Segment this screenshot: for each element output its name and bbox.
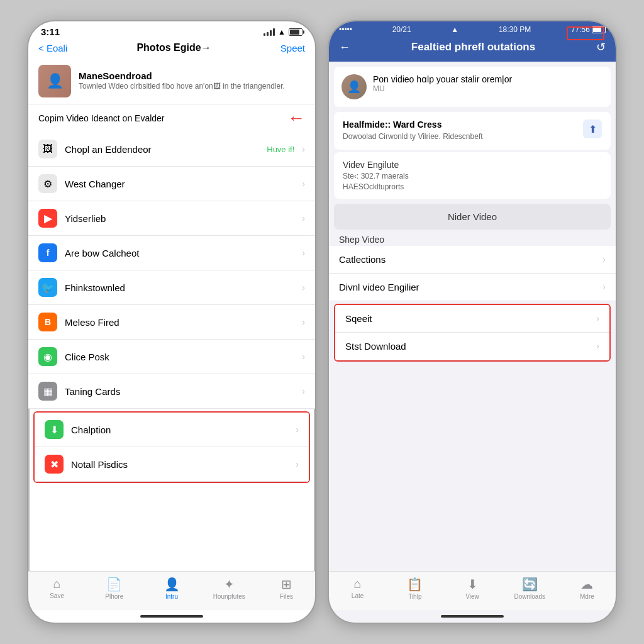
item-icon-3: f xyxy=(38,243,57,262)
tab2-view[interactable]: ⬇ View xyxy=(443,577,501,600)
tab-hounp-icon: ✦ xyxy=(224,577,235,592)
phone2-highlighted-1[interactable]: Stst Download › xyxy=(335,333,609,360)
section-annotation: Copim Video Ideanct on Evalder ← xyxy=(28,104,315,132)
status-dots: ••••• xyxy=(339,25,352,34)
phone2-highlighted-0[interactable]: Sqeeit › xyxy=(335,305,609,333)
phone2-list-item-0[interactable]: Catlections › xyxy=(329,246,616,274)
tab2-downloads[interactable]: 🔄 Downloads xyxy=(501,577,558,600)
list-item-2[interactable]: ▶ Yidserlieb › xyxy=(28,201,315,236)
action-btn-label: Nider Video xyxy=(448,211,497,222)
item-label-4: Fhinkstownled xyxy=(65,282,294,293)
phone2-highlighted-chevron-0: › xyxy=(596,313,599,323)
header-action-2[interactable]: ↺ xyxy=(596,40,606,54)
tab-hounp-label: Hounpfutes xyxy=(213,593,245,600)
red-arrow-icon: ← xyxy=(287,108,305,128)
tab-bar-2: ⌂ Late 📋 Tihlp ⬇ View 🔄 Downloads ☁ Mdre xyxy=(329,571,616,610)
tab-plhore[interactable]: 📄 Plhore xyxy=(86,577,143,600)
phone2-highlighted-label-0: Sqeeit xyxy=(345,313,596,324)
nav-title-1: Photos Egide→ xyxy=(136,42,211,53)
item-label-5: Meleso Fired xyxy=(65,317,294,328)
tab2-view-icon: ⬇ xyxy=(467,577,478,592)
tab2-late-icon: ⌂ xyxy=(354,577,362,591)
tab2-view-label: View xyxy=(465,593,479,600)
list-section-1: 🖼 Chopl an Eddendeor Huve if! › ⚙ West C… xyxy=(28,132,315,409)
profile-sub-2: MU xyxy=(373,84,512,93)
list-item-5[interactable]: B Meleso Fired › xyxy=(28,305,315,340)
highlighted-chevron-1: › xyxy=(296,459,299,469)
tab2-tihlp[interactable]: 📋 Tihlp xyxy=(386,577,443,600)
tab2-tihlp-label: Tihlp xyxy=(408,593,421,600)
home-indicator-1 xyxy=(28,610,315,623)
highlighted-section-1: ⬇ Chalption › ✖ Notall Pisdics › xyxy=(33,411,310,483)
highlighted-label-0: Chalption xyxy=(71,425,288,435)
phone2-highlighted-chevron-1: › xyxy=(596,341,599,351)
list-item-3[interactable]: f Are bow Calcheot › xyxy=(28,236,315,270)
home-indicator-2 xyxy=(329,610,616,623)
chevron-5: › xyxy=(302,317,305,327)
download-icon: ⬆ xyxy=(583,119,602,138)
tab-files[interactable]: ⊞ Files xyxy=(258,577,315,600)
tab2-mdre-icon: ☁ xyxy=(580,577,593,592)
profile-info-2: Pon vidieo hɑlp youar stalir orem|or MU xyxy=(373,74,512,93)
download-card-info: Healfmide:: Ward Cress Dowoolad Cirwonld… xyxy=(343,119,483,142)
item-icon-1: ⚙ xyxy=(38,174,57,193)
status-icons-1: ▲ xyxy=(264,28,303,36)
tab-save[interactable]: ⌂ Save xyxy=(28,577,86,600)
item-label-1: West Changer xyxy=(65,179,294,189)
phone-2: ••••• 20/21 ▲ 18:30 PM 77:56 ← Fealtied … xyxy=(328,20,617,624)
item-icon-6: ◉ xyxy=(38,347,57,366)
phone2-highlighted-label-1: Stst Download xyxy=(345,341,596,352)
list-section-2: Catlections › Divnl video Engilier › xyxy=(329,246,616,301)
download-card[interactable]: Healfmide:: Ward Cress Dowoolad Cirwonld… xyxy=(334,112,611,150)
item-icon-2: ▶ xyxy=(38,209,57,228)
item-icon-7: ▦ xyxy=(38,382,57,401)
list-item-6[interactable]: ◉ Clice Posk › xyxy=(28,340,315,374)
tab-intru[interactable]: 👤 Intru xyxy=(143,577,200,600)
phones-container: 3:11 ▲ < Eoali Photos Egide→ Speet 👤 Man… xyxy=(0,0,644,644)
profile-section-1: 👤 ManeSoendroad Townled Wdeo clrbsitled … xyxy=(28,58,315,104)
tab2-late-label: Late xyxy=(352,592,364,599)
profile-name-1: ManeSoendroad xyxy=(79,70,285,81)
tab-intru-label: Intru xyxy=(165,593,178,600)
tab-files-label: Files xyxy=(280,593,293,600)
tab-hounp[interactable]: ✦ Hounpfutes xyxy=(201,577,258,600)
list-item-0[interactable]: 🖼 Chopl an Eddendeor Huve if! › xyxy=(28,132,315,167)
battery-icon xyxy=(289,28,303,36)
tab2-late[interactable]: ⌂ Late xyxy=(329,577,386,600)
phone2-list-item-1[interactable]: Divnl video Engilier › xyxy=(329,274,616,301)
download-card-sub: Dowoolad Cirwonld ty Vilriee. Ridescnbef… xyxy=(343,131,483,142)
video-detail2: HAESOckltuprorts xyxy=(343,182,602,191)
section-label-2: Shep Video xyxy=(329,232,616,246)
signal-icon xyxy=(264,28,275,36)
highlighted-chevron-0: › xyxy=(296,425,299,435)
profile-sub-1: Townled Wdeo clrbsitled flbo hove an'on🖼… xyxy=(79,81,285,92)
chevron-3: › xyxy=(302,248,305,258)
item-icon-4: 🐦 xyxy=(38,278,57,297)
status-bar-2: ••••• 20/21 ▲ 18:30 PM 77:56 xyxy=(329,21,616,35)
highlighted-item-0[interactable]: ⬇ Chalption › xyxy=(35,413,309,447)
wifi-icon: ▲ xyxy=(278,28,286,36)
tab-save-label: Save xyxy=(50,592,64,599)
status-wifi-icon: ▲ xyxy=(451,25,458,34)
list-item-4[interactable]: 🐦 Fhinkstownled › xyxy=(28,270,315,305)
profile-info-1: ManeSoendroad Townled Wdeo clrbsitled fl… xyxy=(79,70,285,92)
tab-intru-icon: 👤 xyxy=(164,577,180,592)
header-title-2: Fealtied phrefl outations xyxy=(358,41,589,53)
highlighted-item-1[interactable]: ✖ Notall Pisdics › xyxy=(35,447,309,482)
video-title: Videv Engilute xyxy=(343,160,602,170)
list-item-1[interactable]: ⚙ West Changer › xyxy=(28,167,315,201)
profile-card-2: 👤 Pon vidieo hɑlp youar stalir orem|or M… xyxy=(334,67,611,107)
tab-save-icon: ⌂ xyxy=(53,577,61,591)
back-button-1[interactable]: < Eoali xyxy=(38,43,67,53)
tab-plhore-icon: 📄 xyxy=(106,577,122,592)
avatar-2: 👤 xyxy=(341,74,367,99)
list-item-7[interactable]: ▦ Taning Cards › xyxy=(28,374,315,409)
phone2-item-label-0: Catlections xyxy=(339,254,602,265)
tab2-mdre[interactable]: ☁ Mdre xyxy=(558,577,616,600)
tab2-downloads-label: Downloads xyxy=(514,593,545,600)
item-label-7: Taning Cards xyxy=(65,386,294,397)
action-btn-card[interactable]: Nider Video xyxy=(334,204,611,230)
nav-action-1[interactable]: Speet xyxy=(280,43,305,53)
item-label-3: Are bow Calcheot xyxy=(65,248,294,258)
back-button-2[interactable]: ← xyxy=(339,41,350,54)
